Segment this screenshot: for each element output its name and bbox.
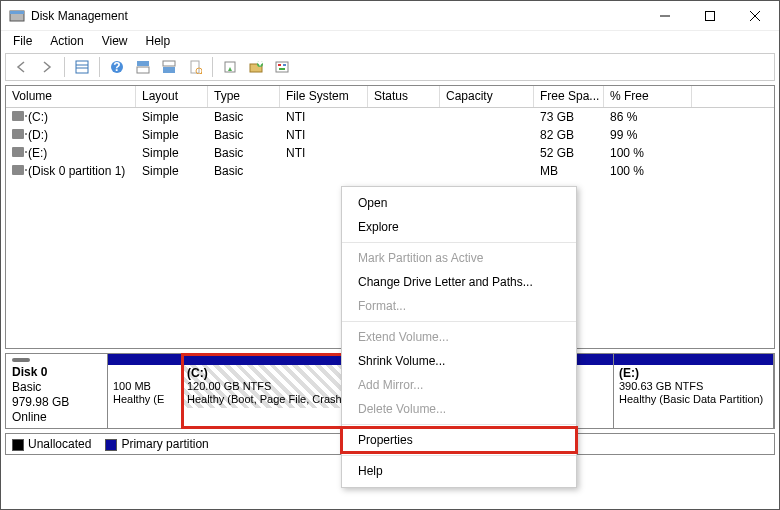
svg-text:?: ?: [113, 60, 120, 74]
legend-primary: Primary partition: [105, 437, 208, 451]
menu-help[interactable]: Help: [138, 32, 179, 50]
new-partition-icon[interactable]: ✦: [245, 56, 267, 78]
disk-icon: [12, 358, 30, 362]
swatch-primary: [105, 439, 117, 451]
ctx-separator: [342, 321, 576, 322]
col-status[interactable]: Status: [368, 86, 440, 107]
legend-unallocated: Unallocated: [12, 437, 91, 451]
table-row[interactable]: (D:)SimpleBasicNTI82 GB99 %: [6, 126, 774, 144]
toolbar-separator: [64, 57, 65, 77]
volume-icon: [12, 129, 24, 139]
swatch-unallocated: [12, 439, 24, 451]
partition-block[interactable]: 100 MBHealthy (E: [108, 354, 182, 428]
maximize-button[interactable]: [687, 2, 732, 30]
titlebar: Disk Management: [1, 1, 779, 31]
context-menu: Open Explore Mark Partition as Active Ch…: [341, 186, 577, 488]
col-freespace[interactable]: Free Spa...: [534, 86, 604, 107]
volume-icon: [12, 165, 24, 175]
minimize-button[interactable]: [642, 2, 687, 30]
ctx-extend-volume: Extend Volume...: [342, 325, 576, 349]
ctx-change-drive-letter[interactable]: Change Drive Letter and Paths...: [342, 270, 576, 294]
toolbar-view-top-icon[interactable]: [132, 56, 154, 78]
volume-icon: [12, 147, 24, 157]
ctx-open[interactable]: Open: [342, 191, 576, 215]
close-button[interactable]: [732, 2, 777, 30]
column-headers: Volume Layout Type File System Status Ca…: [6, 86, 774, 108]
window-title: Disk Management: [31, 9, 642, 23]
toolbar-separator: [212, 57, 213, 77]
svg-rect-12: [137, 67, 149, 73]
toolbar-separator: [99, 57, 100, 77]
table-row[interactable]: (Disk 0 partition 1)SimpleBasicMB100 %: [6, 162, 774, 180]
app-icon: [9, 8, 25, 24]
forward-button[interactable]: [36, 56, 58, 78]
disk-info-cell[interactable]: Disk 0 Basic 979.98 GB Online: [6, 354, 108, 428]
table-row[interactable]: (C:)SimpleBasicNTI73 GB86 %: [6, 108, 774, 126]
col-capacity[interactable]: Capacity: [440, 86, 534, 107]
table-row[interactable]: (E:)SimpleBasicNTI52 GB100 %: [6, 144, 774, 162]
col-filesystem[interactable]: File System: [280, 86, 368, 107]
ctx-shrink-volume[interactable]: Shrink Volume...: [342, 349, 576, 373]
properties-icon[interactable]: [184, 56, 206, 78]
svg-rect-13: [163, 61, 175, 66]
ctx-delete-volume: Delete Volume...: [342, 397, 576, 421]
refresh-icon[interactable]: [219, 56, 241, 78]
disk-type: Basic: [12, 380, 101, 394]
help-icon[interactable]: ?: [106, 56, 128, 78]
menu-file[interactable]: File: [5, 32, 40, 50]
col-pctfree[interactable]: % Free: [604, 86, 692, 107]
disk-size: 979.98 GB: [12, 395, 101, 409]
svg-rect-25: [279, 68, 285, 70]
col-type[interactable]: Type: [208, 86, 280, 107]
partition-block[interactable]: (E:)390.63 GB NTFSHealthy (Basic Data Pa…: [614, 354, 774, 428]
col-volume[interactable]: Volume: [6, 86, 136, 107]
ctx-help[interactable]: Help: [342, 459, 576, 483]
disk-label: Disk 0: [12, 365, 101, 379]
col-layout[interactable]: Layout: [136, 86, 208, 107]
svg-rect-15: [191, 61, 199, 73]
menu-action[interactable]: Action: [42, 32, 91, 50]
toolbar-view-bottom-icon[interactable]: [158, 56, 180, 78]
toolbar: ? ✦: [5, 53, 775, 81]
ctx-mark-active: Mark Partition as Active: [342, 246, 576, 270]
ctx-explore[interactable]: Explore: [342, 215, 576, 239]
ctx-separator: [342, 424, 576, 425]
ctx-separator: [342, 242, 576, 243]
svg-rect-23: [278, 64, 281, 66]
svg-rect-14: [163, 67, 175, 73]
svg-rect-3: [705, 11, 714, 20]
svg-rect-6: [76, 61, 88, 73]
volume-list: Volume Layout Type File System Status Ca…: [5, 85, 775, 349]
back-button[interactable]: [10, 56, 32, 78]
svg-rect-22: [276, 62, 288, 72]
ctx-properties[interactable]: Properties: [342, 428, 576, 452]
menubar: File Action View Help: [1, 31, 779, 51]
svg-line-17: [201, 73, 202, 74]
svg-rect-1: [10, 11, 24, 14]
svg-rect-24: [283, 64, 286, 66]
ctx-add-mirror: Add Mirror...: [342, 373, 576, 397]
ctx-separator: [342, 455, 576, 456]
ctx-format: Format...: [342, 294, 576, 318]
settings-icon[interactable]: [271, 56, 293, 78]
menu-view[interactable]: View: [94, 32, 136, 50]
disk-status: Online: [12, 410, 101, 424]
svg-rect-11: [137, 61, 149, 66]
svg-text:✦: ✦: [255, 60, 263, 70]
toolbar-details-icon[interactable]: [71, 56, 93, 78]
volume-icon: [12, 111, 24, 121]
